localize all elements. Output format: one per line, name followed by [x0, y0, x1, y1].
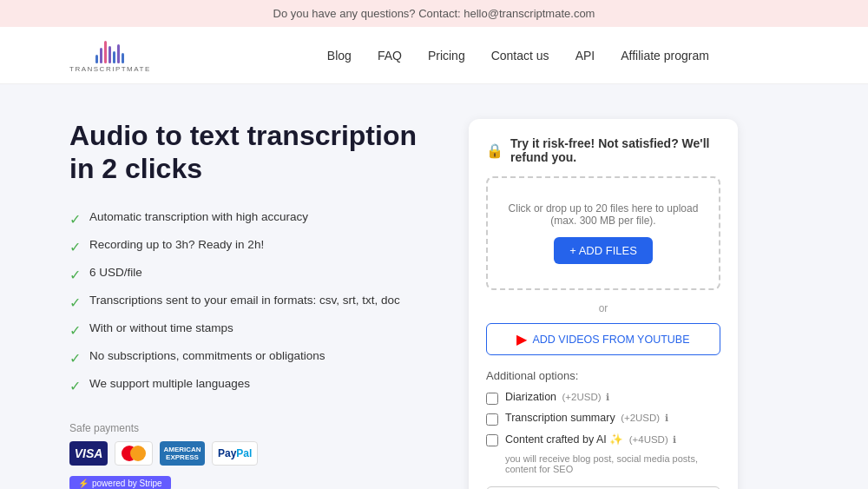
upload-zone-text: Click or drop up to 20 files here to upl… [502, 202, 705, 227]
summary-label: Transcription summary (+2USD) ℹ [505, 412, 668, 424]
list-item: ✓ Recording up to 3h? Ready in 2h! [69, 238, 434, 255]
check-icon: ✓ [69, 378, 81, 394]
main-nav: Blog FAQ Pricing Contact us API Affiliat… [238, 49, 799, 63]
list-item: ✓ We support multiple languages [69, 377, 434, 394]
feature-text: With or without time stamps [89, 321, 233, 334]
safe-payments: Safe payments VISA AMERICAN EXPRESS PayP… [69, 422, 434, 489]
content-option: Content crafted by AI ✨ (+4USD) ℹ you wi… [486, 433, 720, 474]
diarization-label: Diarization (+2USD) ℹ [505, 391, 609, 403]
amex-icon: AMERICAN EXPRESS [160, 441, 205, 466]
logo-text: TRANSCRIPTMATE [69, 65, 151, 73]
nav-blog[interactable]: Blog [327, 49, 352, 63]
diarization-checkbox[interactable] [486, 393, 498, 405]
additional-options-label: Additional options: [486, 369, 720, 382]
add-files-button[interactable]: + ADD FILES [554, 237, 653, 264]
content-checkbox[interactable] [486, 434, 498, 446]
content-label: Content crafted by AI ✨ (+4USD) ℹ [505, 433, 676, 446]
stripe-icon: ⚡ [78, 479, 89, 488]
check-icon: ✓ [69, 239, 81, 255]
right-panel: 🔒 Try it risk-free! Not satisfied? We'll… [469, 119, 738, 489]
additional-options: Additional options: Diarization (+2USD) … [486, 369, 720, 474]
feature-text: We support multiple languages [89, 377, 250, 390]
content-info-icon: ℹ [673, 434, 676, 445]
or-divider: or [486, 302, 720, 314]
security-text: Try it risk-free! Not satisfied? We'll r… [510, 136, 720, 164]
card-header: 🔒 Try it risk-free! Not satisfied? We'll… [486, 136, 720, 164]
content-sub-text: you will receive blog post, social media… [505, 453, 720, 474]
top-banner: Do you have any questions? Contact: hell… [0, 0, 868, 27]
logo-icon [95, 37, 124, 63]
main-content: Audio to text transcription in 2 clicks … [0, 84, 868, 489]
youtube-icon: ▶ [516, 331, 527, 347]
diarization-option: Diarization (+2USD) ℹ [486, 391, 720, 405]
check-icon: ✓ [69, 350, 81, 367]
list-item: ✓ With or without time stamps [69, 321, 434, 339]
stripe-badge: ⚡ powered by Stripe [69, 476, 171, 489]
nav-contact[interactable]: Contact us [491, 49, 549, 63]
check-icon: ✓ [69, 211, 81, 228]
features-list: ✓ Automatic transcription with high accu… [69, 210, 434, 394]
add-youtube-button[interactable]: ▶ ADD VIDEOS FROM YOUTUBE [486, 323, 720, 355]
summary-option: Transcription summary (+2USD) ℹ [486, 412, 720, 426]
nav-api[interactable]: API [575, 49, 595, 63]
paypal-icon: PayPal [212, 441, 258, 466]
feature-text: Transcriptions sent to your email in for… [89, 294, 400, 307]
yt-btn-label: ADD VIDEOS FROM YOUTUBE [532, 334, 689, 346]
header: TRANSCRIPTMATE Blog FAQ Pricing Contact … [0, 27, 868, 84]
lock-icon: 🔒 [486, 142, 503, 159]
list-item: ✓ Automatic transcription with high accu… [69, 210, 434, 228]
list-item: ✓ Transcriptions sent to your email in f… [69, 294, 434, 311]
summary-info-icon: ℹ [665, 413, 668, 423]
feature-text: 6 USD/file [89, 266, 142, 279]
nav-pricing[interactable]: Pricing [428, 49, 465, 63]
upload-zone[interactable]: Click or drop up to 20 files here to upl… [486, 176, 720, 290]
nav-affiliate[interactable]: Affiliate program [621, 49, 709, 63]
check-icon: ✓ [69, 322, 81, 339]
nav-faq[interactable]: FAQ [378, 49, 402, 63]
upload-card: 🔒 Try it risk-free! Not satisfied? We'll… [469, 119, 738, 489]
feature-text: Automatic transcription with high accura… [89, 210, 308, 223]
payment-icons: VISA AMERICAN EXPRESS PayPal [69, 441, 434, 466]
logo: TRANSCRIPTMATE [69, 37, 151, 73]
safe-payments-label: Safe payments [69, 422, 434, 434]
stripe-label: powered by Stripe [92, 479, 162, 488]
diarization-info-icon: ℹ [606, 392, 609, 402]
left-panel: Audio to text transcription in 2 clicks … [69, 119, 434, 489]
check-icon: ✓ [69, 294, 81, 311]
visa-icon: VISA [69, 441, 108, 466]
feature-text: Recording up to 3h? Ready in 2h! [89, 238, 264, 251]
list-item: ✓ 6 USD/file [69, 266, 434, 283]
hero-title: Audio to text transcription in 2 clicks [69, 119, 434, 186]
list-item: ✓ No subscriptions, commitments or oblig… [69, 349, 434, 367]
mastercard-icon [115, 441, 153, 466]
summary-checkbox[interactable] [486, 413, 498, 426]
banner-text: Do you have any questions? Contact: hell… [273, 7, 595, 20]
check-icon: ✓ [69, 267, 81, 283]
feature-text: No subscriptions, commitments or obligat… [89, 349, 326, 362]
